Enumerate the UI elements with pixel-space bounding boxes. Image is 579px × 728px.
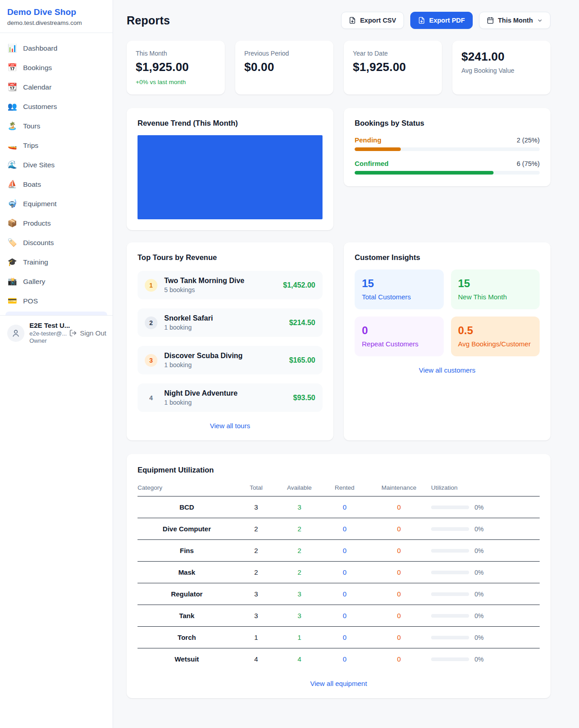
sidebar-item-pos[interactable]: 💳 POS <box>0 291 113 311</box>
utilization-bar <box>431 592 469 596</box>
sign-out-button[interactable]: Sign Out <box>69 329 106 337</box>
utilization-bar <box>431 636 469 639</box>
user-role: Owner <box>29 337 64 345</box>
sailboat-icon: ⛵ <box>7 180 17 189</box>
rank-badge: 2 <box>145 317 157 329</box>
insights-row: Top Tours by Revenue 1 Two Tank Morning … <box>127 242 551 440</box>
table-header-row: Category Total Available Rented Maintena… <box>138 481 540 496</box>
status-row-confirmed: Confirmed 6 (75%) <box>355 160 540 175</box>
diving-mask-icon: 🤿 <box>7 199 17 208</box>
user-avatar-icon <box>7 325 24 342</box>
utilization-bar <box>431 506 469 509</box>
sidebar-nav: 📊 Dashboard 📅 Bookings 📆 Calendar 👥 Cust… <box>0 33 113 311</box>
insight-new-this-month: 15 New This Month <box>451 269 540 309</box>
sidebar-item-gallery[interactable]: 📸 Gallery <box>0 272 113 291</box>
table-row: Dive Computer 2 2 0 0 0% <box>138 518 540 540</box>
sidebar-item-calendar[interactable]: 📆 Calendar <box>0 77 113 97</box>
period-dropdown[interactable]: This Month <box>479 12 551 29</box>
stat-card-this-month: This Month $1,925.00 +0% vs last month <box>127 41 225 95</box>
status-row-pending: Pending 2 (25%) <box>355 136 540 151</box>
tour-row[interactable]: 3 Discover Scuba Diving 1 booking $165.0… <box>138 346 323 374</box>
table-row: Fins 2 2 0 0 0% <box>138 540 540 562</box>
rank-badge: 3 <box>145 354 157 367</box>
tour-row[interactable]: 4 Night Dive Adventure 1 booking $93.50 <box>138 383 323 412</box>
insight-repeat-customers: 0 Repeat Customers <box>355 317 444 356</box>
table-row: Mask 2 2 0 0 0% <box>138 562 540 583</box>
chevron-down-icon <box>537 18 543 24</box>
table-row: Regulator 3 3 0 0 0% <box>138 583 540 605</box>
sidebar-item-customers[interactable]: 👥 Customers <box>0 97 113 116</box>
customer-insights-card: Customer Insights 15 Total Customers 15 … <box>344 242 551 440</box>
rank-badge: 1 <box>145 279 157 292</box>
header-actions: Export CSV Export PDF <box>341 12 551 29</box>
sidebar-item-equipment[interactable]: 🤿 Equipment <box>0 194 113 213</box>
credit-card-icon: 💳 <box>7 296 17 306</box>
graduation-cap-icon: 🎓 <box>7 257 17 267</box>
file-download-icon <box>349 17 356 24</box>
utilization-bar <box>431 614 469 618</box>
stat-card-previous-period: Previous Period $0.00 <box>235 41 333 95</box>
sidebar-item-dive-sites[interactable]: 🌊 Dive Sites <box>0 155 113 175</box>
equipment-utilization-card: Equipment Utilization Category Total Ava… <box>127 454 551 698</box>
stat-delta: +0% vs last month <box>136 79 216 85</box>
insight-total-customers: 15 Total Customers <box>355 269 444 309</box>
page-header: Reports Export CSV <box>127 12 551 29</box>
calendar-icon: 📆 <box>7 82 17 92</box>
sidebar-item-tours[interactable]: 🏝️ Tours <box>0 116 113 136</box>
insight-avg-bookings-per-customer: 0.5 Avg Bookings/Customer <box>451 317 540 356</box>
table-row: Wetsuit 4 4 0 0 0% <box>138 648 540 670</box>
shop-name: Demo Dive Shop <box>7 7 105 17</box>
tag-icon: 🏷️ <box>7 238 17 247</box>
sidebar-item-products[interactable]: 📦 Products <box>0 213 113 233</box>
view-all-equipment-link[interactable]: View all equipment <box>138 680 540 687</box>
bookings-calendar-icon: 📅 <box>7 63 17 72</box>
sign-out-icon <box>69 329 77 337</box>
export-csv-button[interactable]: Export CSV <box>341 12 404 29</box>
utilization-bar <box>431 571 469 574</box>
user-email: e2e-tester@... <box>29 330 64 338</box>
calendar-icon <box>487 17 494 24</box>
sidebar-item-training[interactable]: 🎓 Training <box>0 252 113 272</box>
file-download-icon <box>418 17 425 24</box>
sidebar-item-boats[interactable]: ⛵ Boats <box>0 175 113 194</box>
tour-revenue: $165.00 <box>289 356 315 364</box>
camera-icon: 📸 <box>7 277 17 286</box>
charts-row: Revenue Trend (This Month) Bookings by S… <box>127 108 551 230</box>
view-all-tours-link[interactable]: View all tours <box>138 422 323 430</box>
utilization-bar <box>431 527 469 531</box>
island-icon: 🏝️ <box>7 121 17 131</box>
top-tours-card: Top Tours by Revenue 1 Two Tank Morning … <box>127 242 333 440</box>
rank-badge: 4 <box>145 392 157 404</box>
stat-card-year-to-date: Year to Date $1,925.00 <box>344 41 442 95</box>
stats-row: This Month $1,925.00 +0% vs last month P… <box>127 41 551 95</box>
wave-icon: 🌊 <box>7 160 17 170</box>
sidebar-item-bookings[interactable]: 📅 Bookings <box>0 58 113 77</box>
stat-card-avg-booking-value: $241.00 Avg Booking Value <box>452 41 551 95</box>
bookings-by-status-card: Bookings by Status Pending 2 (25%) Confi… <box>344 108 551 186</box>
package-icon: 📦 <box>7 218 17 228</box>
sidebar-item-trips[interactable]: 🚤 Trips <box>0 136 113 155</box>
shop-domain: demo.test.divestreams.com <box>7 19 105 26</box>
pending-progress-bar <box>355 147 540 151</box>
sidebar-item-discounts[interactable]: 🏷️ Discounts <box>0 233 113 252</box>
user-panel: E2E Test U... e2e-tester@... Owner Sign … <box>0 315 113 351</box>
main-content: Reports Export CSV <box>113 0 579 698</box>
sidebar-item-reports-active-partial[interactable] <box>5 312 107 315</box>
revenue-trend-bar <box>138 135 323 219</box>
confirmed-progress-bar <box>355 171 540 175</box>
tour-row[interactable]: 2 Snorkel Safari 1 booking $214.50 <box>138 308 323 337</box>
sidebar: Demo Dive Shop demo.test.divestreams.com… <box>0 0 113 728</box>
table-row: BCD 3 3 0 0 0% <box>138 496 540 518</box>
bookings-by-status-title: Bookings by Status <box>355 119 540 128</box>
table-row: Torch 1 1 0 0 0% <box>138 627 540 648</box>
user-name: E2E Test U... <box>29 321 64 330</box>
view-all-customers-link[interactable]: View all customers <box>355 366 540 374</box>
tour-revenue: $1,452.00 <box>283 281 315 289</box>
table-row: Tank 3 3 0 0 0% <box>138 605 540 627</box>
sidebar-item-dashboard[interactable]: 📊 Dashboard <box>0 38 113 58</box>
export-pdf-button[interactable]: Export PDF <box>410 12 473 29</box>
revenue-trend-card: Revenue Trend (This Month) <box>127 108 333 230</box>
tour-row[interactable]: 1 Two Tank Morning Dive 5 bookings $1,45… <box>138 271 323 299</box>
user-info: E2E Test U... e2e-tester@... Owner <box>29 321 64 345</box>
page-title: Reports <box>127 14 170 27</box>
